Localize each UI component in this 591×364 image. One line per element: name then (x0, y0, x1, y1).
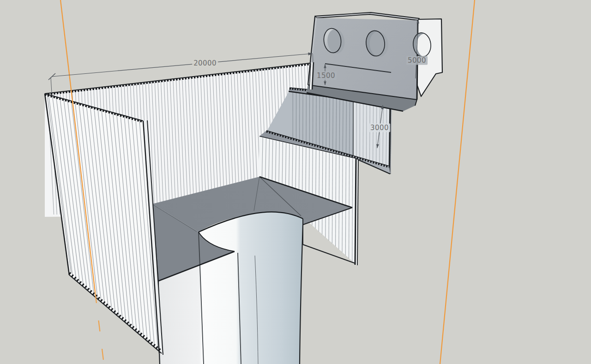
model-scene (0, 0, 591, 364)
dimension-label-step-drop-upper[interactable]: 1500 (315, 72, 337, 80)
dimension-label-block-size[interactable]: 5000 (406, 56, 428, 65)
dimension-label-wall-length[interactable]: 20000 (192, 59, 218, 68)
dimension-label-step-drop-lower[interactable]: 3000 (369, 124, 390, 132)
3d-model-viewport[interactable]: 20000 1500 5000 3000 (0, 0, 591, 364)
